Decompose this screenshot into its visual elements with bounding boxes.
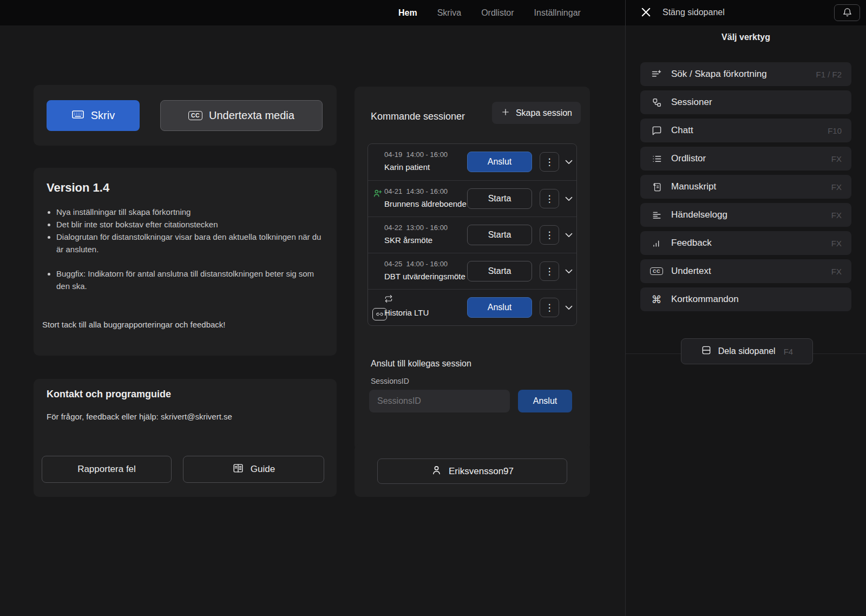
session-expand-button[interactable]: [563, 229, 575, 243]
session-menu-button[interactable]: ⋮: [540, 261, 559, 281]
tool-item-manuskript[interactable]: Manuskript FX: [640, 175, 851, 199]
sessionsid-input[interactable]: [369, 390, 510, 412]
contact-title: Kontakt och programguide: [47, 389, 171, 400]
nav-item-hem[interactable]: Hem: [398, 8, 417, 18]
split-sidepanel-button[interactable]: Dela sidopanel F4: [681, 338, 813, 364]
chat-icon: [650, 126, 663, 136]
cc-icon: CC: [188, 111, 202, 120]
tool-list: Sök / Skapa förkortning F1 / F2 Sessione…: [640, 62, 851, 311]
nav-item-ordlistor[interactable]: Ordlistor: [481, 8, 514, 18]
session-name: DBT utvärderingsmöte: [384, 272, 465, 281]
plus-icon: [501, 107, 510, 119]
create-session-button[interactable]: Skapa session: [492, 102, 581, 124]
version-notes-panel: Version 1.4 Nya inställningar till skapa…: [34, 168, 337, 356]
kebab-icon: ⋮: [545, 231, 554, 240]
session-start-button[interactable]: Starta: [467, 225, 532, 245]
session-expand-button[interactable]: [563, 156, 575, 169]
person-icon: [431, 464, 442, 479]
shortcut-badge: FX: [831, 211, 842, 220]
tool-item-ordlistor[interactable]: Ordlistor FX: [640, 147, 851, 171]
tool-item-sessioner[interactable]: Sessioner: [640, 90, 851, 114]
session-menu-button[interactable]: ⋮: [540, 225, 559, 245]
tool-item-sok-skapa-forkortning[interactable]: Sök / Skapa förkortning F1 / F2: [640, 62, 851, 86]
tool-item-feedback[interactable]: Feedback FX: [640, 231, 851, 255]
kebab-icon: ⋮: [545, 303, 554, 312]
chevron-down-icon: [563, 198, 575, 206]
session-start-button[interactable]: Starta: [467, 261, 532, 281]
shortcut-badge: FX: [831, 154, 842, 163]
session-expand-button[interactable]: [563, 302, 575, 315]
undertexta-media-button[interactable]: CC Undertexta media: [160, 100, 323, 131]
session-date: 04-21 14:30 - 16:00: [384, 187, 448, 195]
session-menu-button[interactable]: ⋮: [540, 298, 559, 317]
session-row: Historia LTU Anslut ⋮: [368, 289, 576, 325]
session-start-button[interactable]: Starta: [467, 188, 532, 209]
guide-button[interactable]: Guide: [183, 456, 324, 483]
session-row: 04-22 13:00 - 16:00 SKR årsmöte Starta ⋮: [368, 217, 576, 253]
session-name: Brunnens äldreboende: [384, 199, 467, 208]
create-session-label: Skapa session: [516, 108, 572, 118]
kebab-icon: ⋮: [545, 158, 554, 167]
session-list: 04-19 14:00 - 16:00 Karin patient Anslut…: [368, 143, 577, 326]
session-date: 04-19 14:00 - 16:00: [384, 150, 448, 159]
split-panel-icon: [701, 345, 712, 358]
skriv-label: Skriv: [91, 109, 115, 122]
sidebar-header: Stäng sidopanel: [625, 0, 866, 25]
session-row: 04-25 14:00 - 16:00 DBT utvärderingsmöte…: [368, 253, 576, 289]
session-expand-button[interactable]: [563, 265, 575, 279]
shortcut-badge: FX: [831, 239, 842, 248]
sessionsid-label: SessionsID: [371, 377, 409, 385]
username-label: Eriksvensson97: [449, 466, 514, 477]
close-sidepanel-button[interactable]: [638, 5, 654, 21]
sessions-title: Kommande sessioner: [371, 111, 465, 122]
session-date: 04-22 13:00 - 16:00: [384, 224, 448, 232]
session-menu-button[interactable]: ⋮: [540, 189, 559, 208]
user-account-button[interactable]: Eriksvensson97: [377, 458, 567, 484]
session-name: SKR årsmöte: [384, 235, 432, 245]
kebab-icon: ⋮: [545, 267, 554, 276]
tool-item-handelselogg[interactable]: Händelselogg FX: [640, 203, 851, 227]
session-connect-button[interactable]: Anslut: [467, 152, 532, 172]
version-title: Version 1.4: [47, 181, 109, 195]
main-nav: Hem Skriva Ordlistor Inställningar: [398, 0, 581, 25]
shortcut-badge: F4: [784, 347, 793, 356]
sessions-icon: [650, 97, 663, 108]
session-row: 04-21 14:30 - 16:00 Brunnens äldreboende…: [368, 180, 576, 217]
tool-item-undertext[interactable]: CC Undertext FX: [640, 259, 851, 283]
version-bullet: Nya inställningar till skapa förkortning: [56, 206, 326, 218]
shortcut-badge: FX: [831, 182, 842, 192]
session-row: 04-19 14:00 - 16:00 Karin patient Anslut…: [368, 144, 576, 180]
report-bug-label: Rapportera fel: [77, 464, 136, 475]
tool-sidebar: Välj verktyg Sök / Skapa förkortning F1 …: [625, 25, 866, 616]
tool-item-kortkommandon[interactable]: ⌘ Kortkommandon: [640, 287, 851, 311]
session-name: Historia LTU: [384, 308, 429, 317]
contact-panel: Kontakt och programguide För frågor, fee…: [34, 379, 337, 497]
skriv-button[interactable]: Skriv: [47, 100, 140, 131]
session-connect-button[interactable]: Anslut: [467, 297, 532, 318]
version-bullet: Dialogrutan för distanstolkningar visar …: [56, 231, 326, 255]
thanks-text: Stort tack till alla buggrapporteringar …: [42, 320, 226, 329]
version-bullet-list: Nya inställningar till skapa förkortning…: [47, 206, 326, 255]
join-connect-button[interactable]: Anslut: [518, 390, 572, 412]
kebab-icon: ⋮: [545, 194, 554, 204]
nav-item-installningar[interactable]: Inställningar: [534, 8, 581, 18]
close-sidepanel-label: Stäng sidopanel: [662, 8, 725, 17]
undertexta-label: Undertexta media: [209, 109, 294, 122]
nav-item-skriva[interactable]: Skriva: [437, 8, 461, 18]
split-sidepanel-label: Dela sidopanel: [718, 346, 776, 356]
repeat-icon: [384, 294, 393, 305]
notifications-button[interactable]: [834, 4, 860, 21]
app-window: Hem Skriva Ordlistor Inställningar Stäng…: [0, 0, 866, 616]
join-session-title: Anslut till kollegas session: [371, 359, 471, 369]
cc-icon: CC: [650, 267, 663, 276]
session-expand-button[interactable]: [563, 193, 575, 206]
report-bug-button[interactable]: Rapportera fel: [42, 456, 172, 483]
version-bugfix-list: Buggfix: Indikatorn för antal anslutna t…: [47, 267, 326, 292]
user-panel: Eriksvensson97: [355, 444, 590, 497]
tool-item-chatt[interactable]: Chatt F10: [640, 119, 851, 142]
chevron-down-icon: [563, 307, 575, 315]
session-date: 04-25 14:00 - 16:00: [384, 260, 448, 268]
session-menu-button[interactable]: ⋮: [540, 152, 559, 172]
version-bullet: Det blir inte stor bokstav efter citatio…: [56, 218, 326, 231]
command-icon: ⌘: [650, 293, 663, 306]
